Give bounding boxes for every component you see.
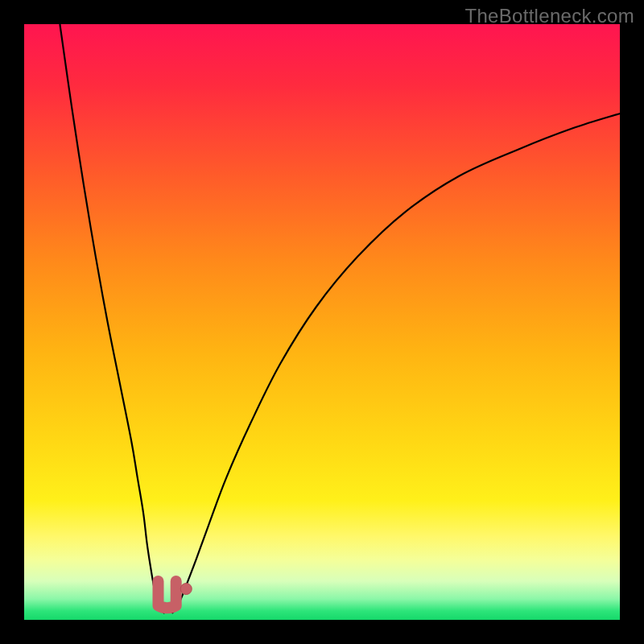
right-curve [172,114,620,613]
plot-area [24,24,620,620]
left-curve [60,24,164,613]
chart-frame: TheBottleneck.com [0,0,644,644]
u-marker [159,581,176,608]
watermark-text: TheBottleneck.com [464,5,634,27]
dot-marker [180,584,192,595]
curves-layer [24,24,620,620]
